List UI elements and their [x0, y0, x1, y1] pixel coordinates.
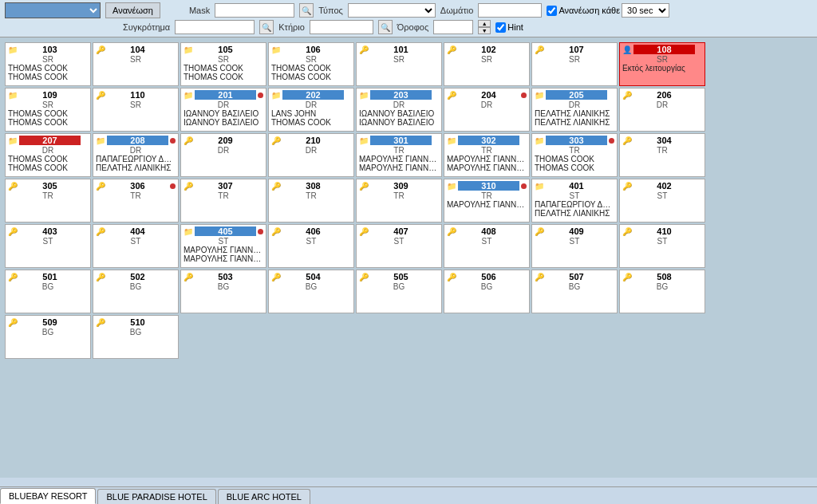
- room-number-504: 504: [282, 272, 344, 282]
- room-number-307: 307: [195, 181, 256, 191]
- room-card-305[interactable]: 🔑305TR: [5, 179, 91, 222]
- orofos-down[interactable]: ▼: [478, 27, 491, 34]
- room-card-502[interactable]: 🔑502BG: [93, 270, 179, 313]
- room-card-407[interactable]: 🔑407ST: [356, 224, 442, 268]
- mask-icon-btn[interactable]: 🔍: [299, 3, 314, 18]
- room-guest1-303: THOMAS COOK: [535, 155, 614, 163]
- room-card-304[interactable]: 🔑304TR: [619, 133, 705, 177]
- room-card-410[interactable]: 🔑410ST: [619, 224, 705, 268]
- room-card-503[interactable]: 🔑503BG: [180, 270, 266, 313]
- room-number-306: 306: [107, 181, 168, 191]
- room-dot-206: [697, 93, 702, 98]
- room-card-401[interactable]: 📁401STΠΑΠΑΓΕΩΡΓΙΟΥ ΔΗΜΠΕΛΑΤΗΣ ΛΙΑΝΙΚΗΣ: [531, 179, 618, 222]
- orofos-spinner[interactable]: ▲ ▼: [478, 20, 491, 34]
- room-icon-401: 📁: [535, 181, 544, 191]
- room-card-103[interactable]: 📁103SRTHOMAS COOKTHOMAS COOK: [5, 42, 91, 86]
- room-card-206[interactable]: 🔑206DR: [619, 88, 705, 132]
- room-card-110[interactable]: 🔑110SR: [93, 88, 179, 132]
- room-type-410: ST: [622, 237, 702, 246]
- hint-checkbox[interactable]: [495, 22, 506, 33]
- room-card-301[interactable]: 📁301TRΜΑΡΟΥΛΗΣ ΓΙΑΝΝΗΣΜΑΡΟΥΛΗΣ ΓΙΑΝΝΗΣ: [356, 133, 442, 177]
- room-card-509[interactable]: 🔑509BG: [5, 315, 91, 359]
- room-card-504[interactable]: 🔑504BG: [268, 270, 354, 313]
- room-guest2-302: ΜΑΡΟΥΛΗΣ ΓΙΑΝΝΗΣ: [447, 163, 527, 172]
- room-card-405[interactable]: 📁405STΜΑΡΟΥΛΗΣ ΓΙΑΝΝΗΣΜΑΡΟΥΛΗΣ ΓΙΑΝΝΗΣ: [180, 224, 266, 268]
- room-dot-407: [433, 229, 439, 234]
- ktinio-input[interactable]: [310, 20, 373, 34]
- room-dot-201: [258, 93, 263, 98]
- room-icon-502: 🔑: [96, 272, 105, 282]
- room-icon-508: 🔑: [622, 272, 632, 282]
- room-card-101[interactable]: 🔑101SR: [356, 42, 442, 86]
- room-card-104[interactable]: 🔑104SR: [93, 42, 179, 86]
- orofos-up[interactable]: ▲: [478, 20, 491, 27]
- typos-label: Τύπος: [318, 6, 343, 15]
- room-card-108[interactable]: 👤108SRΕκτός λειτουργίας: [619, 42, 705, 86]
- room-card-202[interactable]: 📁202DRLANS JOHNTHOMAS COOK: [268, 88, 354, 132]
- room-card-406[interactable]: 🔑406ST: [268, 224, 354, 268]
- domatio-input[interactable]: [478, 3, 542, 18]
- room-number-109: 109: [19, 90, 81, 100]
- room-card-310[interactable]: 📁310TRΜΑΡΟΥΛΗΣ ΓΙΑΝΝΗΣ: [444, 179, 530, 222]
- room-card-106[interactable]: 📁106SRTHOMAS COOKTHOMAS COOK: [268, 42, 354, 86]
- ananeosi-every-checkbox[interactable]: [547, 6, 557, 16]
- room-type-303: TR: [535, 146, 614, 155]
- room-card-508[interactable]: 🔑508BG: [619, 270, 705, 313]
- room-card-201[interactable]: 📁201DRΙΩΑΝΝΟΥ ΒΑΣΙΛΕΙΟΙΩΑΝΝΟΥ ΒΑΣΙΛΕΙΟ: [180, 88, 266, 132]
- room-card-308[interactable]: 🔑308TR: [268, 179, 354, 222]
- room-card-203[interactable]: 📁203DRΙΩΑΝΝΟΥ ΒΑΣΙΛΕΙΟΙΩΑΝΝΟΥ ΒΑΣΙΛΕΙΟ: [356, 88, 442, 132]
- room-card-409[interactable]: 🔑409ST: [531, 224, 618, 268]
- room-card-402[interactable]: 🔑402ST: [619, 179, 705, 222]
- room-card-207[interactable]: 📁207DRTHOMAS COOKTHOMAS COOK: [5, 133, 91, 177]
- room-card-208[interactable]: 📁208DRΠΑΠΑΓΕΩΡΓΙΟΥ ΔΗΜΠΕΛΑΤΗΣ ΛΙΑΝΙΚΗΣ: [93, 133, 179, 177]
- typos-select[interactable]: [348, 3, 436, 18]
- room-card-307[interactable]: 🔑307TR: [180, 179, 266, 222]
- synkrotima-input[interactable]: [175, 20, 255, 34]
- room-card-102[interactable]: 🔑102SR: [444, 42, 530, 86]
- room-card-507[interactable]: 🔑507BG: [531, 270, 618, 313]
- room-card-505[interactable]: 🔑505BG: [356, 270, 442, 313]
- room-card-309[interactable]: 🔑309TR: [356, 179, 442, 222]
- room-card-210[interactable]: 🔑210DR: [268, 133, 354, 177]
- room-card-205[interactable]: 📁205DRΠΕΛΑΤΗΣ ΛΙΑΝΙΚΗΣΠΕΛΑΤΗΣ ΛΙΑΝΙΚΗΣ: [531, 88, 618, 132]
- room-icon-408: 🔑: [447, 226, 456, 236]
- room-card-209[interactable]: 🔑209DR: [180, 133, 266, 177]
- room-icon-402: 🔑: [622, 181, 632, 191]
- room-number-409: 409: [546, 226, 607, 236]
- room-dot-309: [433, 183, 439, 189]
- tab-blue-arc[interactable]: BLUE ARC HOTEL: [218, 489, 310, 504]
- ktinio-icon-btn[interactable]: 🔍: [378, 20, 393, 34]
- room-card-204[interactable]: 🔑204DR: [444, 88, 530, 132]
- room-card-107[interactable]: 🔑107SR: [531, 42, 618, 86]
- room-card-404[interactable]: 🔑404ST: [93, 224, 179, 268]
- room-card-403[interactable]: 🔑403ST: [5, 224, 91, 268]
- room-dot-207: [82, 138, 88, 144]
- tab-blue-paradise[interactable]: BLUE PARADISE HOTEL: [97, 489, 215, 504]
- room-dot-408: [521, 229, 527, 234]
- room-dot-405: [258, 229, 263, 234]
- room-type-407: ST: [359, 237, 439, 246]
- hotel-select[interactable]: BLUEBAY RESORT: [5, 2, 101, 18]
- room-card-109[interactable]: 📁109SRTHOMAS COOKTHOMAS COOK: [5, 88, 91, 132]
- room-card-501[interactable]: 🔑501BG: [5, 270, 91, 313]
- room-card-306[interactable]: 🔑306TR: [93, 179, 179, 222]
- room-type-510: BG: [96, 328, 176, 337]
- room-number-503: 503: [195, 272, 256, 282]
- room-card-408[interactable]: 🔑408ST: [444, 224, 530, 268]
- room-type-302: TR: [447, 146, 527, 155]
- mask-input[interactable]: [215, 3, 294, 18]
- synkrotima-icon-btn[interactable]: 🔍: [259, 20, 274, 34]
- room-card-105[interactable]: 📁105SRTHOMAS COOKTHOMAS COOK: [180, 42, 266, 86]
- interval-select[interactable]: 30 sec: [622, 3, 669, 18]
- room-card-302[interactable]: 📁302TRΜΑΡΟΥΛΗΣ ΓΙΑΝΝΗΣΜΑΡΟΥΛΗΣ ΓΙΑΝΝΗΣ: [444, 133, 530, 177]
- room-type-405: ST: [184, 237, 263, 246]
- ananeosi-button[interactable]: Ανανέωση: [105, 2, 160, 18]
- room-card-510[interactable]: 🔑510BG: [93, 315, 179, 359]
- room-icon-409: 🔑: [535, 226, 544, 236]
- orofos-input[interactable]: [433, 20, 473, 34]
- tab-bluebay-resort[interactable]: BLUEBAY RESORT: [0, 488, 96, 504]
- room-card-506[interactable]: 🔑506BG: [444, 270, 530, 313]
- room-dot-307: [258, 183, 263, 189]
- room-guest2-208: ΠΕΛΑΤΗΣ ΛΙΑΝΙΚΗΣ: [96, 163, 176, 172]
- room-card-303[interactable]: 📁303TRTHOMAS COOKTHOMAS COOK: [531, 133, 618, 177]
